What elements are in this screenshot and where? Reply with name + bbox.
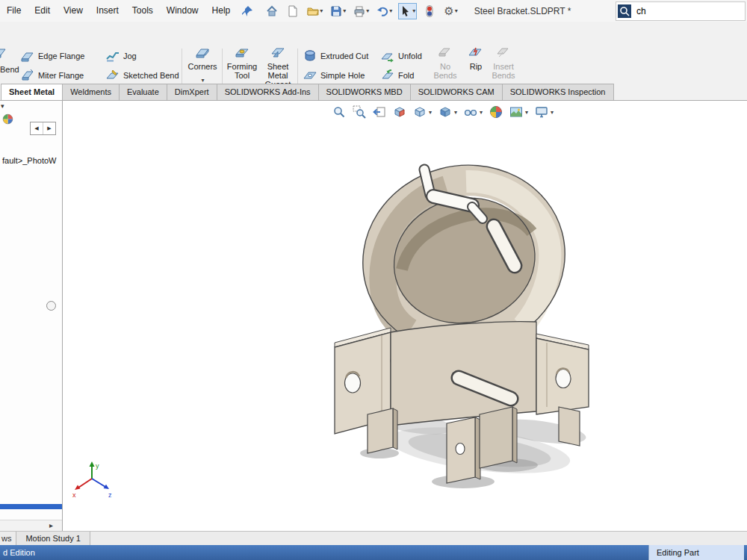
- chevron-down-icon[interactable]: ▾: [201, 77, 204, 84]
- status-bar: d Edition Editing Part: [0, 545, 747, 560]
- extruded-cut-button[interactable]: Extruded Cut: [300, 46, 371, 66]
- simple-hole-icon: [303, 69, 317, 82]
- jog-icon: [106, 49, 120, 63]
- panel-horizontal-scrollbar[interactable]: ▸: [0, 520, 62, 532]
- undo-button[interactable]: ▾: [375, 3, 394, 19]
- select-button[interactable]: ▾: [398, 3, 417, 19]
- chevron-down-icon[interactable]: ▾: [343, 7, 346, 14]
- zoom-to-area-button[interactable]: [353, 105, 366, 119]
- rip-icon: [468, 45, 483, 60]
- tab-solidworks-mbd[interactable]: SOLIDWORKS MBD: [318, 84, 411, 100]
- menu-file[interactable]: File: [0, 0, 28, 22]
- pin-menu-icon[interactable]: [241, 5, 253, 17]
- panel-bottom-accent: [0, 504, 62, 509]
- welcome-button[interactable]: [264, 3, 280, 19]
- solidworks-window: File Edit View Insert Tools Window Help …: [0, 0, 747, 560]
- view-settings-button[interactable]: ▾: [535, 105, 554, 119]
- save-button[interactable]: ▾: [329, 3, 347, 19]
- miter-flange-button[interactable]: Miter Flange: [18, 66, 87, 85]
- edit-appearance-button[interactable]: [489, 105, 503, 119]
- model-motion-tab-bar: ws Motion Study 1: [0, 531, 747, 545]
- new-document-button[interactable]: [285, 3, 301, 19]
- scroll-right-icon[interactable]: ▸: [49, 521, 53, 529]
- menu-insert[interactable]: Insert: [90, 0, 125, 22]
- unfold-label: Unfold: [398, 52, 422, 60]
- command-manager-tabs: Sheet Metal Weldments Evaluate DimXpert …: [0, 84, 747, 101]
- menu-window[interactable]: Window: [160, 0, 205, 22]
- chevron-down-icon[interactable]: ▾: [320, 7, 323, 14]
- section-view-button[interactable]: [393, 105, 406, 119]
- motion-study-tab[interactable]: Motion Study 1: [16, 532, 90, 545]
- sketched-bend-icon: [106, 69, 120, 82]
- rebuild-button[interactable]: [421, 3, 438, 19]
- heads-up-toolbar: ▾ ▾ ▾ ▾ ▾: [332, 105, 554, 119]
- options-button[interactable]: ⚙ ▾: [442, 3, 459, 19]
- tab-evaluate[interactable]: Evaluate: [119, 84, 167, 100]
- graphics-viewport[interactable]: ▾ ▾ ▾ ▾ ▾: [63, 101, 747, 532]
- tab-solidworks-cam[interactable]: SOLIDWORKS CAM: [410, 84, 503, 100]
- previous-view-icon: [373, 105, 386, 119]
- display-style-icon: [438, 105, 452, 119]
- zoom-to-fit-button[interactable]: [332, 105, 346, 119]
- z-axis-label: z: [108, 491, 112, 499]
- apply-scene-button[interactable]: ▾: [509, 105, 528, 119]
- search-input[interactable]: [635, 5, 747, 17]
- y-axis-arrow: [90, 461, 95, 467]
- sketched-bend-label: Sketched Bend: [123, 71, 179, 80]
- chevron-down-icon[interactable]: ▾: [480, 109, 483, 116]
- tree-item-display-state[interactable]: fault>_PhotoW: [2, 156, 56, 165]
- edge-flange-button[interactable]: Edge Flange: [18, 46, 87, 66]
- panel-collapse-handle[interactable]: [46, 301, 56, 311]
- tab-dimxpert[interactable]: DimXpert: [167, 84, 217, 100]
- views-tab-partial[interactable]: ws: [1, 534, 11, 543]
- sheet-metal-gusset-icon: [270, 45, 285, 60]
- view-settings-monitor-icon: [535, 105, 548, 119]
- undo-icon: [376, 5, 388, 17]
- chevron-down-icon[interactable]: ▾: [455, 7, 458, 14]
- menu-bar: File Edit View Insert Tools Window Help …: [0, 0, 747, 22]
- simple-hole-button[interactable]: Simple Hole: [300, 66, 371, 85]
- steel-bracket-model[interactable]: [284, 144, 672, 517]
- chevron-down-icon[interactable]: ▾: [551, 109, 554, 116]
- chevron-down-icon[interactable]: ▾: [429, 109, 432, 116]
- tab-hole[interactable]: [456, 444, 465, 455]
- chevron-down-icon[interactable]: ▾: [389, 7, 392, 14]
- fold-icon: [381, 69, 394, 82]
- tab-solidworks-add-ins[interactable]: SOLIDWORKS Add-Ins: [217, 84, 319, 100]
- display-style-button[interactable]: ▾: [438, 105, 457, 119]
- chevron-down-icon[interactable]: ▾: [525, 109, 528, 116]
- chevron-down-icon[interactable]: ▾: [454, 109, 457, 116]
- sketched-bend-button[interactable]: Sketched Bend: [103, 66, 182, 85]
- right-flange[interactable]: [536, 334, 589, 414]
- menu-help[interactable]: Help: [205, 0, 238, 22]
- print-button[interactable]: ▾: [352, 3, 371, 19]
- menu-tools[interactable]: Tools: [125, 0, 160, 22]
- tab-weldments[interactable]: Weldments: [62, 84, 120, 100]
- fold-button[interactable]: Fold: [378, 66, 427, 85]
- quick-access-toolbar: ▾ ▾ ▾ ▾ ▾ ⚙ ▾: [264, 3, 459, 19]
- hide-show-items-button[interactable]: ▾: [464, 105, 483, 119]
- menu-view[interactable]: View: [57, 0, 90, 22]
- tab-solidworks-inspection[interactable]: SOLIDWORKS Inspection: [502, 84, 614, 100]
- previous-view-button[interactable]: [373, 105, 386, 119]
- menu-edit[interactable]: Edit: [28, 0, 57, 22]
- view-orientation-button[interactable]: ▾: [413, 105, 432, 119]
- chevron-down-icon[interactable]: ▾: [366, 7, 369, 14]
- miter-flange-icon: [21, 69, 34, 82]
- jog-button[interactable]: Jog: [103, 46, 182, 66]
- panel-scroll-left-button[interactable]: ◀: [31, 122, 43, 134]
- display-manager-sphere-icon[interactable]: [2, 113, 13, 128]
- open-button[interactable]: ▾: [306, 3, 324, 19]
- panel-scroll-right-button[interactable]: ▶: [43, 122, 55, 134]
- tab-sheet-metal[interactable]: Sheet Metal: [1, 84, 63, 100]
- panel-menu-triangle-icon[interactable]: ▾: [1, 102, 4, 110]
- miter-flange-label: Miter Flange: [38, 71, 84, 80]
- jog-label: Jog: [123, 52, 137, 60]
- chevron-down-icon[interactable]: ▾: [412, 7, 415, 14]
- new-document-icon: [287, 5, 299, 17]
- no-bends-label: No Bends: [430, 62, 460, 80]
- search-box: ▾: [616, 1, 746, 21]
- edition-label: d Edition: [0, 548, 35, 557]
- gear-icon: ⚙: [444, 5, 453, 17]
- unfold-button[interactable]: Unfold: [378, 46, 427, 66]
